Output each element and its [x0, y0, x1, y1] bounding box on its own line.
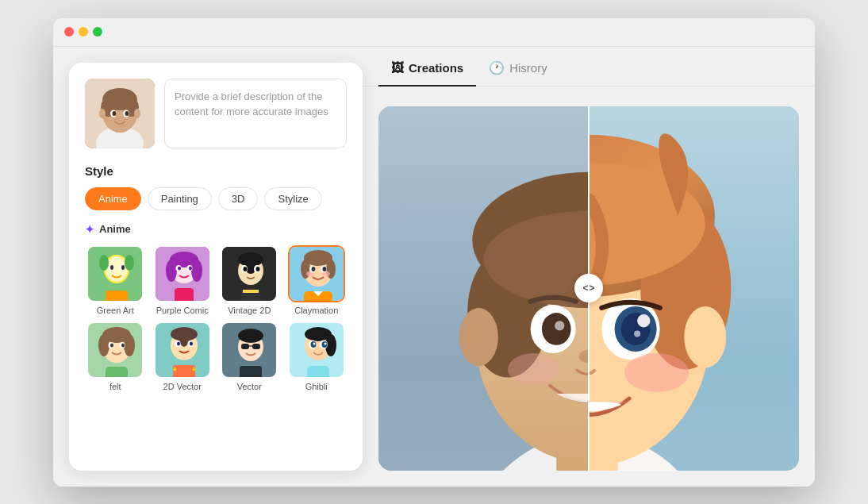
- style-item-felt[interactable]: felt: [85, 321, 146, 391]
- style-thumb-green-art: [86, 245, 144, 302]
- tab-painting[interactable]: Painting: [148, 187, 212, 210]
- svg-point-93: [324, 342, 326, 344]
- maximize-button[interactable]: [93, 27, 102, 37]
- photo-right-inner: [589, 106, 799, 471]
- tab-creations[interactable]: 🖼 Creations: [378, 52, 476, 87]
- tab-stylize[interactable]: Stylize: [264, 187, 321, 210]
- svg-point-19: [121, 265, 125, 270]
- svg-point-133: [637, 314, 650, 327]
- minimize-button[interactable]: [79, 27, 88, 37]
- svg-point-40: [256, 267, 260, 271]
- style-label-green-art: Green Art: [97, 306, 134, 315]
- photo-left: [378, 106, 589, 471]
- svg-point-63: [110, 343, 113, 347]
- style-item-purple-comic[interactable]: Purple Comic: [152, 245, 213, 315]
- style-thumb-inner-purple-comic: [156, 247, 209, 301]
- browser-content: Provide a brief description of the conte…: [53, 47, 815, 487]
- svg-point-12: [134, 109, 140, 118]
- svg-point-113: [508, 353, 559, 386]
- style-thumb-inner-ghibli: [290, 323, 344, 377]
- style-grid-row1: Green Art: [85, 245, 347, 315]
- style-title: Style: [85, 164, 347, 178]
- svg-point-59: [98, 334, 109, 356]
- svg-rect-81: [252, 344, 260, 349]
- right-area: 🖼 Creations 🕐 Hisrory: [363, 47, 815, 487]
- svg-point-60: [124, 334, 135, 356]
- style-label-ghibli: Ghibli: [305, 382, 328, 391]
- avatar-image: [85, 79, 155, 148]
- style-item-claymation[interactable]: Claymation: [286, 245, 348, 315]
- style-label-purple-comic: Purple Comic: [156, 306, 209, 315]
- style-label-felt: felt: [109, 382, 121, 391]
- svg-rect-94: [307, 366, 329, 379]
- svg-rect-42: [243, 290, 259, 293]
- description-placeholder: Provide a brief description of the conte…: [175, 90, 328, 118]
- history-icon: 🕐: [489, 60, 505, 75]
- traffic-lights: [64, 27, 102, 37]
- style-thumb-inner-vector: [222, 323, 276, 377]
- photo-left-inner: [378, 106, 589, 471]
- creations-icon: 🖼: [391, 61, 404, 75]
- style-label-vector: Vector: [237, 382, 262, 391]
- compare-handle[interactable]: < >: [574, 274, 603, 302]
- avatar-upload[interactable]: [85, 79, 155, 148]
- svg-point-10: [125, 111, 129, 116]
- subsection-label-text: Anime: [99, 223, 131, 235]
- close-button[interactable]: [64, 27, 74, 37]
- svg-point-79: [238, 329, 263, 343]
- style-item-ghibli[interactable]: Ghibli: [286, 321, 348, 391]
- anime-photo-svg: [589, 106, 799, 471]
- style-thumb-vector: [221, 321, 278, 379]
- svg-rect-32: [175, 288, 194, 302]
- style-tabs: Anime Painting 3D Stylize: [85, 187, 347, 210]
- style-thumb-ghibli: [288, 321, 345, 379]
- real-photo-svg: [378, 106, 589, 471]
- style-section: Style Anime Painting 3D Stylize ✦ Anime: [85, 164, 347, 391]
- svg-point-9: [113, 111, 117, 116]
- svg-point-53: [322, 267, 326, 271]
- style-item-green-art[interactable]: Green Art: [85, 245, 146, 315]
- style-label-2d-vector: 2D Vector: [163, 382, 202, 391]
- svg-rect-80: [241, 344, 249, 349]
- style-thumb-inner-2d-vector: [156, 323, 209, 377]
- svg-rect-83: [240, 366, 262, 379]
- titlebar: [53, 18, 815, 47]
- svg-point-137: [624, 353, 689, 392]
- svg-point-26: [166, 260, 177, 282]
- style-thumb-purple-comic: [154, 245, 211, 302]
- svg-point-125: [684, 306, 726, 367]
- svg-point-69: [179, 331, 189, 347]
- svg-point-30: [178, 266, 181, 270]
- style-thumb-inner-vintage-2d: [222, 247, 276, 301]
- style-item-2d-vector[interactable]: 2D Vector: [152, 321, 213, 391]
- style-label-vintage-2d: Vintage 2D: [228, 306, 271, 315]
- tab-3d[interactable]: 3D: [218, 187, 259, 210]
- tab-history-label: Hisrory: [509, 61, 547, 75]
- style-item-vintage-2d[interactable]: Vintage 2D: [219, 245, 280, 315]
- svg-point-72: [177, 341, 180, 345]
- svg-point-18: [110, 265, 113, 270]
- svg-point-31: [189, 266, 192, 270]
- avatar-svg: [85, 79, 155, 148]
- svg-point-92: [313, 342, 315, 344]
- svg-rect-22: [106, 290, 128, 302]
- photo-right: [589, 106, 799, 471]
- style-grid-row2: felt: [85, 321, 347, 391]
- style-thumb-inner-felt: [88, 323, 142, 377]
- style-item-vector[interactable]: Vector: [219, 321, 280, 391]
- svg-point-110: [555, 321, 564, 330]
- style-thumb-claymation: [288, 245, 345, 302]
- tab-history[interactable]: 🕐 Hisrory: [476, 51, 560, 87]
- style-thumb-inner-green-art: [88, 247, 142, 301]
- tab-bar: 🖼 Creations 🕐 Hisrory: [363, 47, 815, 87]
- style-thumb-2d-vector: [154, 321, 211, 379]
- style-label-claymation: Claymation: [294, 306, 338, 315]
- style-thumb-vintage-2d: [221, 245, 278, 302]
- svg-point-39: [244, 267, 248, 271]
- image-compare-container: < >: [378, 106, 799, 471]
- svg-point-73: [190, 341, 193, 345]
- svg-point-21: [125, 255, 134, 271]
- svg-point-27: [191, 260, 202, 282]
- tab-anime[interactable]: Anime: [85, 187, 141, 210]
- description-box[interactable]: Provide a brief description of the conte…: [164, 79, 347, 148]
